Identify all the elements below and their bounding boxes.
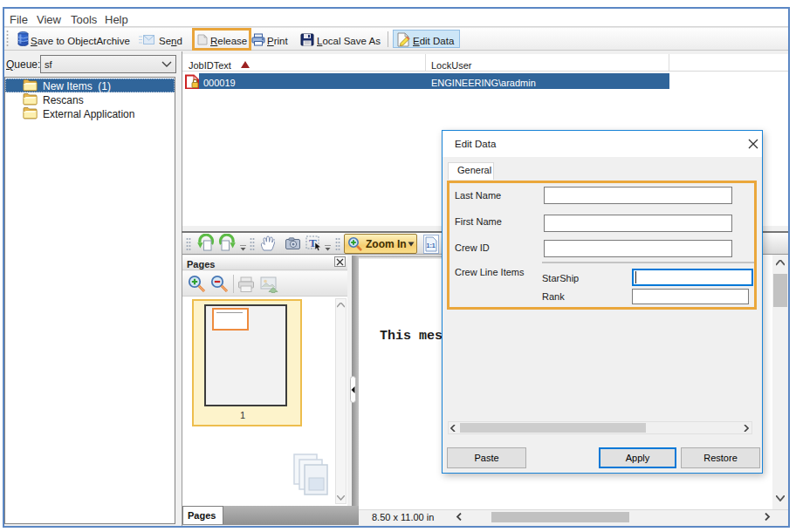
- svg-text:1:1: 1:1: [427, 242, 436, 249]
